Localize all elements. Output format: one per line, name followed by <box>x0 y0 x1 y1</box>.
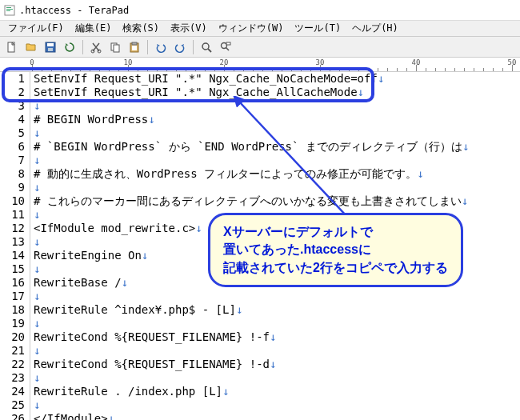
svg-rect-1 <box>6 7 11 8</box>
ruler-number: 10 <box>124 58 133 66</box>
eol-marker: ↓ <box>34 290 40 302</box>
line-number: 20 <box>0 330 25 344</box>
copy-button[interactable] <box>106 38 124 56</box>
eol-marker: ↓ <box>270 330 276 343</box>
eol-marker: ↓ <box>122 276 128 289</box>
eol-marker: ↓ <box>148 113 154 126</box>
eol-marker: ↓ <box>34 262 40 275</box>
redo-button[interactable] <box>171 38 189 56</box>
code-line[interactable]: SetEnvIf Request_URI ".*" Ngx_Cache_AllC… <box>34 86 520 99</box>
code-line[interactable]: ↓ <box>34 99 520 113</box>
line-number: 5 <box>0 126 25 140</box>
svg-rect-11 <box>114 45 119 52</box>
toolbar-separator <box>82 40 83 54</box>
eol-marker: ↓ <box>34 181 40 194</box>
find-replace-button[interactable] <box>217 38 234 56</box>
eol-marker: ↓ <box>34 208 40 221</box>
line-number: 10 <box>0 194 25 208</box>
editor[interactable]: 1234567891011121314151617181920212223242… <box>0 72 520 420</box>
svg-point-17 <box>222 42 227 48</box>
code-line[interactable]: SetEnvIf Request_URI ".*" Ngx_Cache_NoCa… <box>34 72 520 86</box>
line-number: 17 <box>0 290 25 303</box>
ruler-number: 0 <box>30 58 34 66</box>
line-number: 26 <box>0 412 25 420</box>
save-button[interactable] <box>42 38 59 56</box>
line-number: 6 <box>0 140 25 154</box>
paste-button[interactable] <box>126 38 143 56</box>
code-line[interactable]: RewriteRule ^index¥.php$ - [L]↓ <box>34 303 520 317</box>
svg-line-18 <box>226 47 230 50</box>
eol-marker: ↓ <box>34 235 40 248</box>
line-number: 19 <box>0 317 25 330</box>
eol-marker: ↓ <box>378 72 384 85</box>
line-number: 2 <box>0 86 25 99</box>
line-number: 9 <box>0 181 25 194</box>
eol-marker: ↓ <box>34 126 40 139</box>
code-line[interactable]: ↓ <box>34 371 520 385</box>
menu-search[interactable]: 検索(S) <box>118 20 164 37</box>
ruler-number: 50 <box>508 58 517 66</box>
svg-rect-13 <box>132 42 137 45</box>
line-number: 18 <box>0 303 25 317</box>
eol-marker: ↓ <box>462 194 468 207</box>
line-number: 15 <box>0 262 25 276</box>
open-file-button[interactable] <box>22 38 40 56</box>
line-number: 1 <box>0 72 25 86</box>
menu-file[interactable]: ファイル(F) <box>3 20 69 37</box>
eol-marker: ↓ <box>34 317 40 330</box>
code-line[interactable]: RewriteRule . /index.php [L]↓ <box>34 385 520 398</box>
menu-tool[interactable]: ツール(T) <box>290 20 346 37</box>
code-line[interactable]: ↓ <box>34 126 520 140</box>
menu-edit[interactable]: 編集(E) <box>70 20 117 37</box>
ruler-number: 20 <box>220 58 229 66</box>
ruler-number: 40 <box>412 58 421 66</box>
menu-window[interactable]: ウィンドウ(W) <box>214 20 289 37</box>
line-number: 24 <box>0 385 25 398</box>
code-line[interactable]: # `BEGIN WordPress` から `END WordPress` ま… <box>34 140 520 154</box>
code-line[interactable]: ↓ <box>34 154 520 167</box>
svg-rect-2 <box>6 9 13 10</box>
line-number: 12 <box>0 222 25 235</box>
line-number: 3 <box>0 99 25 113</box>
code-line[interactable]: # BEGIN WordPress↓ <box>34 113 520 126</box>
window-title: .htaccess - TeraPad <box>19 5 129 16</box>
line-number: 11 <box>0 208 25 222</box>
new-file-button[interactable] <box>3 38 21 56</box>
titlebar: .htaccess - TeraPad <box>0 0 520 21</box>
svg-rect-3 <box>6 10 10 11</box>
code-line[interactable]: ↓ <box>34 317 520 330</box>
eol-marker: ↓ <box>270 358 276 370</box>
line-number: 4 <box>0 113 25 126</box>
line-number: 16 <box>0 276 25 290</box>
line-number: 21 <box>0 344 25 358</box>
svg-rect-14 <box>132 46 137 50</box>
code-line[interactable]: RewriteCond %{REQUEST_FILENAME} !-f↓ <box>34 330 520 344</box>
code-line[interactable]: # これらのマーカー間にあるディレクティブへのいかなる変更も上書きされてしまい↓ <box>34 194 520 208</box>
code-line[interactable]: </IfModule>↓ <box>34 412 520 420</box>
line-number: 23 <box>0 371 25 385</box>
svg-point-15 <box>202 43 209 50</box>
menu-help[interactable]: ヘルプ(H) <box>347 20 403 37</box>
callout-line2: 置いてあった.htaccessに <box>223 241 448 258</box>
toolbar-separator <box>147 40 148 54</box>
reload-button[interactable] <box>61 38 78 56</box>
code-line[interactable]: RewriteCond %{REQUEST_FILENAME} !-d↓ <box>34 358 520 371</box>
toolbar-separator <box>193 40 194 54</box>
eol-marker: ↓ <box>34 154 40 166</box>
ruler-number: 30 <box>316 58 325 66</box>
code-line[interactable]: ↓ <box>34 398 520 412</box>
line-number: 25 <box>0 398 25 412</box>
eol-marker: ↓ <box>358 86 364 98</box>
svg-rect-7 <box>48 48 53 51</box>
eol-marker: ↓ <box>34 371 40 384</box>
code-line[interactable]: ↓ <box>34 344 520 358</box>
menu-view[interactable]: 表示(V) <box>166 20 212 37</box>
undo-button[interactable] <box>152 38 170 56</box>
code-line[interactable]: ↓ <box>34 290 520 303</box>
find-button[interactable] <box>198 38 215 56</box>
code-line[interactable]: # 動的に生成され、WordPress フィルターによってのみ修正が可能です。↓ <box>34 167 520 181</box>
line-number: 13 <box>0 235 25 249</box>
cut-button[interactable] <box>87 38 105 56</box>
code-line[interactable]: ↓ <box>34 181 520 194</box>
line-number: 7 <box>0 154 25 167</box>
